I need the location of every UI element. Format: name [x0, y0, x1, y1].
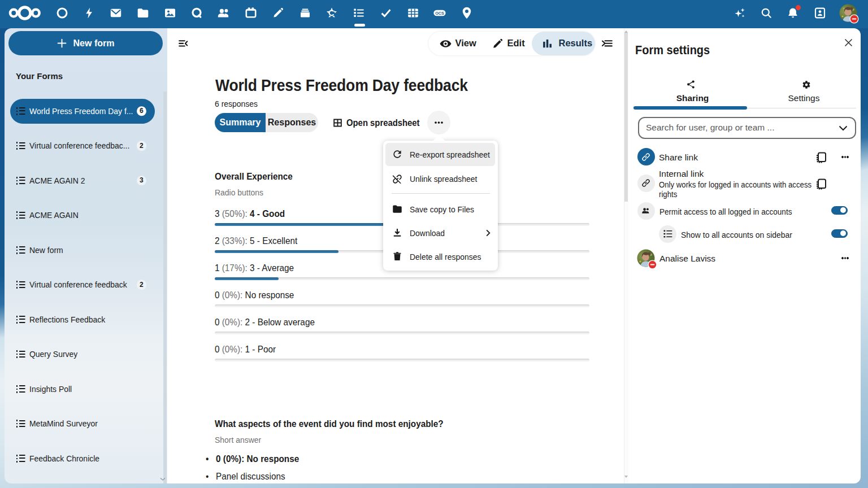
svg-text:OCS: OCS — [435, 11, 444, 16]
